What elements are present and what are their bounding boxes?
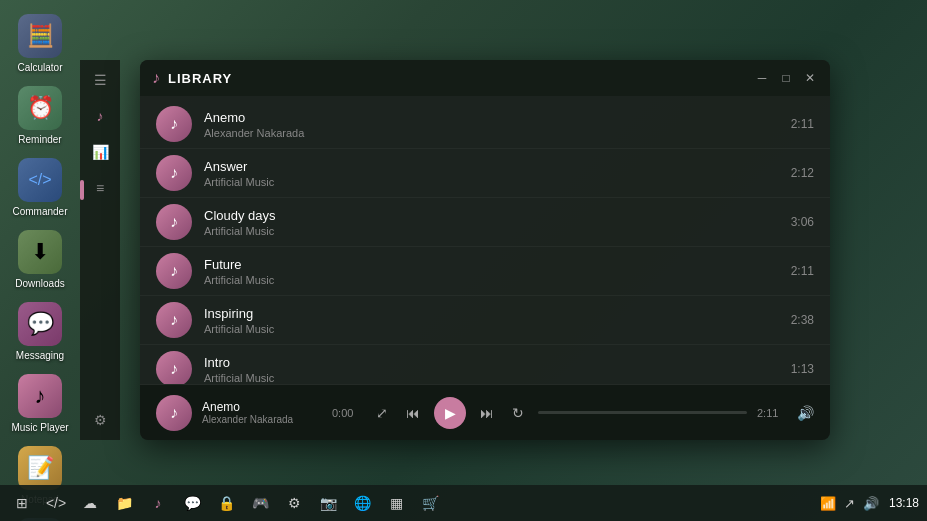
repeat-button[interactable]: ↻	[508, 401, 528, 425]
downloads-label: Downloads	[15, 278, 64, 290]
tray-wifi-icon[interactable]: 📶	[820, 496, 836, 511]
song-thumbnail-inspiring: ♪	[156, 302, 192, 338]
sidebar-music-icon[interactable]: ♪	[93, 104, 108, 128]
taskbar-icon-code[interactable]: </>	[42, 489, 70, 517]
song-artist-anemo: Alexander Nakarada	[204, 127, 783, 139]
song-item-inspiring[interactable]: ♪ Inspiring Artificial Music 2:38	[140, 296, 830, 345]
song-thumbnail-future: ♪	[156, 253, 192, 289]
song-artist-answer: Artificial Music	[204, 176, 783, 188]
taskbar-icon-folder[interactable]: 📁	[110, 489, 138, 517]
music-player-icon: ♪	[18, 374, 62, 418]
song-thumbnail-intro: ♪	[156, 351, 192, 384]
player-now-playing-title: Anemo	[202, 400, 322, 414]
song-item-future[interactable]: ♪ Future Artificial Music 2:11	[140, 247, 830, 296]
taskbar-clock: 13:18	[889, 496, 919, 510]
song-info-cloudy-days: Cloudy days Artificial Music	[204, 208, 783, 237]
sidebar-menu-icon[interactable]: ☰	[90, 68, 111, 92]
taskbar-icon-cloud[interactable]: ☁	[76, 489, 104, 517]
song-duration-cloudy-days: 3:06	[791, 215, 814, 229]
song-thumbnail-cloudy-days: ♪	[156, 204, 192, 240]
desktop-icon-messaging[interactable]: 💬 Messaging	[5, 296, 75, 368]
taskbar-sys-icons: 📶 ↗ 🔊	[820, 496, 879, 511]
taskbar-icon-shop[interactable]: 🛒	[416, 489, 444, 517]
desktop-icon-calculator[interactable]: 🧮 Calculator	[5, 8, 75, 80]
next-button[interactable]: ⏭	[476, 401, 498, 425]
song-thumbnail-answer: ♪	[156, 155, 192, 191]
player-time-elapsed: 0:00	[332, 407, 362, 419]
reminder-label: Reminder	[18, 134, 61, 146]
window-titlebar: ♪ LIBRARY ─ □ ✕	[140, 60, 830, 96]
player-now-playing-artist: Alexander Nakarada	[202, 414, 322, 425]
taskbar-icon-apps[interactable]: ▦	[382, 489, 410, 517]
window-title: LIBRARY	[168, 71, 232, 86]
song-duration-answer: 2:12	[791, 166, 814, 180]
window-title-area: ♪ LIBRARY	[152, 69, 232, 87]
song-artist-intro: Artificial Music	[204, 372, 783, 384]
song-title-intro: Intro	[204, 355, 783, 370]
messaging-icon: 💬	[18, 302, 62, 346]
play-pause-button[interactable]: ▶	[434, 397, 466, 429]
shuffle-button[interactable]: ⤢	[372, 401, 392, 425]
song-item-anemo[interactable]: ♪ Anemo Alexander Nakarada 2:11	[140, 100, 830, 149]
previous-button[interactable]: ⏮	[402, 401, 424, 425]
taskbar-icon-settings[interactable]: ⚙	[280, 489, 308, 517]
song-title-cloudy-days: Cloudy days	[204, 208, 783, 223]
tray-volume-icon[interactable]: 🔊	[863, 496, 879, 511]
messaging-label: Messaging	[16, 350, 64, 362]
song-artist-inspiring: Artificial Music	[204, 323, 783, 335]
maximize-button[interactable]: □	[778, 70, 794, 86]
song-list[interactable]: ♪ Anemo Alexander Nakarada 2:11 ♪ Answer…	[140, 96, 830, 384]
calculator-icon: 🧮	[18, 14, 62, 58]
calculator-label: Calculator	[17, 62, 62, 74]
tray-share-icon[interactable]: ↗	[844, 496, 855, 511]
song-duration-future: 2:11	[791, 264, 814, 278]
desktop-icon-music-player[interactable]: ♪ Music Player	[5, 368, 75, 440]
taskbar-app-icons: ⊞ </> ☁ 📁 ♪ 💬 🔒 🎮 ⚙ 📷 🌐 ▦ 🛒	[8, 489, 444, 517]
volume-button[interactable]: 🔊	[797, 405, 814, 421]
song-duration-anemo: 2:11	[791, 117, 814, 131]
progress-bar[interactable]	[538, 411, 747, 414]
music-player-window: ♪ LIBRARY ─ □ ✕ ♪ Anemo Alexander Nakara…	[140, 60, 830, 440]
player-time-total: 2:11	[757, 407, 787, 419]
music-player-label: Music Player	[11, 422, 68, 434]
taskbar-icon-web[interactable]: 🌐	[348, 489, 376, 517]
commander-icon: </>	[18, 158, 62, 202]
song-info-anemo: Anemo Alexander Nakarada	[204, 110, 783, 139]
sidebar-active-indicator	[80, 180, 84, 200]
sidebar-list-icon[interactable]: ≡	[92, 176, 108, 200]
player-controls-bar: ♪ Anemo Alexander Nakarada 0:00 ⤢ ⏮ ▶ ⏭ …	[140, 384, 830, 440]
minimize-button[interactable]: ─	[754, 70, 770, 86]
reminder-icon: ⏰	[18, 86, 62, 130]
taskbar-icon-game[interactable]: 🎮	[246, 489, 274, 517]
taskbar-icon-music[interactable]: ♪	[144, 489, 172, 517]
taskbar: ⊞ </> ☁ 📁 ♪ 💬 🔒 🎮 ⚙ 📷 🌐 ▦ 🛒 📶 ↗ 🔊 13:18	[0, 485, 927, 521]
desktop-icon-dock: 🧮 Calculator ⏰ Reminder </> Commander ⬇ …	[0, 0, 80, 490]
taskbar-icon-camera[interactable]: 📷	[314, 489, 342, 517]
desktop-icon-reminder[interactable]: ⏰ Reminder	[5, 80, 75, 152]
desktop-icon-downloads[interactable]: ⬇ Downloads	[5, 224, 75, 296]
taskbar-icon-grid[interactable]: ⊞	[8, 489, 36, 517]
song-duration-intro: 1:13	[791, 362, 814, 376]
sidebar-settings-icon[interactable]: ⚙	[90, 408, 111, 432]
taskbar-icon-lock[interactable]: 🔒	[212, 489, 240, 517]
desktop-icon-commander[interactable]: </> Commander	[5, 152, 75, 224]
commander-label: Commander	[12, 206, 67, 218]
player-song-info: Anemo Alexander Nakarada	[202, 400, 322, 425]
song-info-inspiring: Inspiring Artificial Music	[204, 306, 783, 335]
song-thumbnail-anemo: ♪	[156, 106, 192, 142]
song-item-cloudy-days[interactable]: ♪ Cloudy days Artificial Music 3:06	[140, 198, 830, 247]
sidebar-chart-icon[interactable]: 📊	[88, 140, 113, 164]
song-item-answer[interactable]: ♪ Answer Artificial Music 2:12	[140, 149, 830, 198]
song-item-intro[interactable]: ♪ Intro Artificial Music 1:13	[140, 345, 830, 384]
song-info-future: Future Artificial Music	[204, 257, 783, 286]
taskbar-icon-chat[interactable]: 💬	[178, 489, 206, 517]
mini-sidebar: ☰ ♪ 📊 ≡ ⚙	[80, 60, 120, 440]
song-title-future: Future	[204, 257, 783, 272]
window-control-buttons: ─ □ ✕	[754, 70, 818, 86]
taskbar-system-tray: 📶 ↗ 🔊 13:18	[820, 496, 919, 511]
song-artist-cloudy-days: Artificial Music	[204, 225, 783, 237]
song-title-answer: Answer	[204, 159, 783, 174]
close-button[interactable]: ✕	[802, 70, 818, 86]
song-artist-future: Artificial Music	[204, 274, 783, 286]
song-title-anemo: Anemo	[204, 110, 783, 125]
